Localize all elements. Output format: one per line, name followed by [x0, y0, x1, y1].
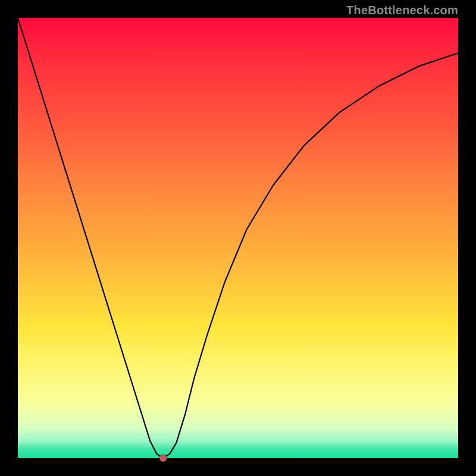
watermark-text: TheBottleneck.com: [346, 4, 458, 17]
bottleneck-curve: [18, 18, 458, 458]
curve-svg: [18, 18, 458, 458]
plot-area: [18, 18, 458, 458]
chart-frame: TheBottleneck.com: [0, 0, 476, 476]
optimal-point-marker: [159, 455, 167, 462]
